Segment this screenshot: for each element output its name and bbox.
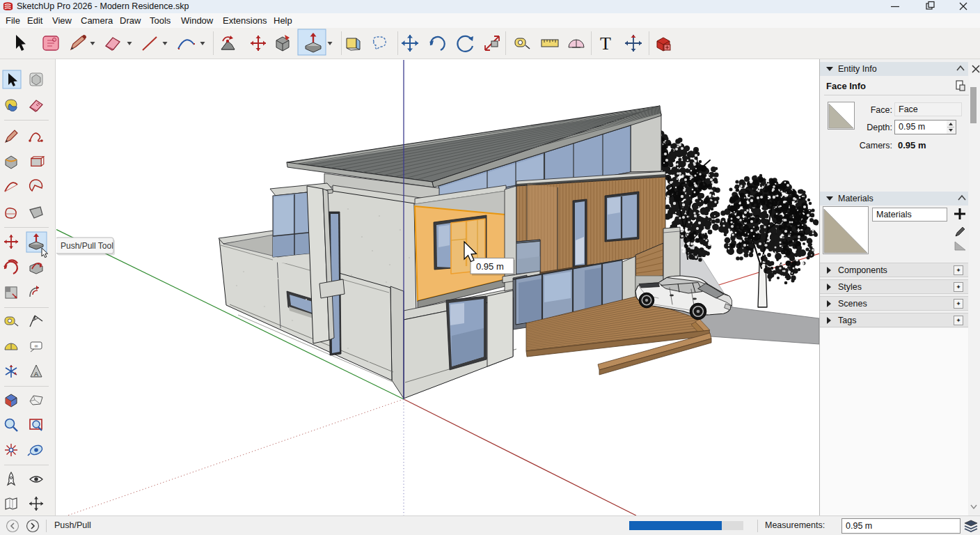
svg-text:T: T bbox=[600, 33, 611, 54]
svg-text:0.95 m: 0.95 m bbox=[476, 261, 504, 272]
svg-text:A: A bbox=[34, 371, 38, 378]
svg-text:Push/Pull Tool: Push/Pull Tool bbox=[61, 241, 113, 251]
svg-text:∞: ∞ bbox=[35, 343, 38, 348]
